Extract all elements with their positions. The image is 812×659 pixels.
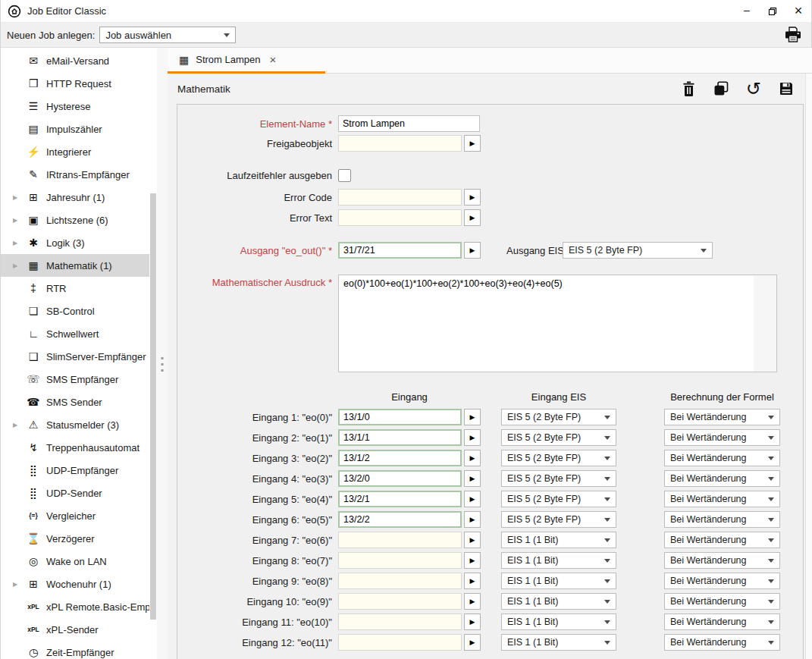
row-address-input[interactable]	[338, 409, 462, 425]
ausgang-input[interactable]	[338, 242, 462, 259]
row-picker-button[interactable]: ▶	[464, 450, 481, 466]
sidebar-item-treppenhausautomat[interactable]: ↯ Treppenhausautomat	[1, 436, 149, 459]
row-eis-dropdown[interactable]: EIS 5 (2 Byte FP)	[501, 450, 616, 466]
row-eis-dropdown[interactable]: EIS 1 (1 Bit)	[501, 634, 616, 651]
sidebar-item-jahresuhr-1-[interactable]: ▶ ⊞ Jahresuhr (1)	[1, 186, 149, 209]
error-text-picker-button[interactable]: ▶	[464, 209, 481, 226]
ausgang-picker-button[interactable]: ▶	[464, 242, 481, 259]
element-name-input[interactable]	[338, 115, 480, 132]
minimize-button[interactable]: –	[734, 0, 760, 21]
row-calc-dropdown[interactable]: Bei Wertänderung	[664, 450, 780, 466]
row-eis-dropdown[interactable]: EIS 1 (1 Bit)	[501, 552, 616, 569]
sidebar-item-wochenuhr-1-[interactable]: ▶ ⊞ Wochenuhr (1)	[1, 573, 149, 595]
row-calc-dropdown[interactable]: Bei Wertänderung	[664, 613, 780, 630]
save-button[interactable]	[776, 79, 796, 99]
row-calc-dropdown[interactable]: Bei Wertänderung	[664, 511, 780, 528]
row-address-input[interactable]	[338, 573, 462, 589]
sidebar-item-lichtszene-6-[interactable]: ▶ ▣ Lichtszene (6)	[1, 209, 149, 231]
row-address-input[interactable]	[338, 552, 462, 569]
row-eis-dropdown[interactable]: EIS 5 (2 Byte FP)	[501, 409, 616, 425]
row-picker-button[interactable]: ▶	[464, 634, 481, 651]
row-address-input[interactable]	[338, 532, 462, 548]
row-address-input[interactable]	[338, 511, 462, 528]
sidebar-item-xpl-sender[interactable]: xPL xPL-Sender	[1, 618, 149, 641]
row-eis-dropdown[interactable]: EIS 1 (1 Bit)	[501, 532, 616, 548]
sidebar-item-mathematik-1-[interactable]: ▶ ▦ Mathematik (1)	[1, 254, 149, 277]
error-code-picker-button[interactable]: ▶	[464, 189, 481, 206]
row-calc-dropdown[interactable]: Bei Wertänderung	[664, 552, 780, 569]
row-picker-button[interactable]: ▶	[464, 532, 481, 548]
row-picker-button[interactable]: ▶	[464, 470, 481, 487]
error-code-input[interactable]	[338, 189, 462, 206]
row-eis-dropdown[interactable]: EIS 5 (2 Byte FP)	[501, 470, 616, 487]
undo-button[interactable]: ↺	[744, 79, 763, 99]
ausdruck-textarea[interactable]: eo(0)*100+eo(1)*100+eo(2)*100+eo(3)+eo(4…	[338, 275, 777, 372]
row-picker-button[interactable]: ▶	[464, 613, 481, 630]
sidebar-item-udp-empf-nger[interactable]: ⣿ UDP-Empfänger	[1, 459, 149, 482]
row-picker-button[interactable]: ▶	[464, 429, 481, 446]
sidebar-item-impulsz-hler[interactable]: ▤ Impulszähler	[1, 118, 149, 140]
row-address-input[interactable]	[338, 470, 462, 487]
splitter-handle-icon[interactable]	[161, 357, 164, 372]
row-calc-dropdown[interactable]: Bei Wertänderung	[664, 634, 780, 651]
row-picker-button[interactable]: ▶	[464, 593, 481, 610]
duplicate-button[interactable]	[711, 79, 731, 99]
row-picker-button[interactable]: ▶	[464, 573, 481, 589]
sidebar-item-rtr[interactable]: ‡ RTR	[1, 277, 149, 300]
expand-arrow-icon[interactable]: ▶	[13, 581, 21, 588]
expand-arrow-icon[interactable]: ▶	[13, 217, 21, 224]
freigabeobjekt-input[interactable]	[338, 135, 462, 152]
row-eis-dropdown[interactable]: EIS 5 (2 Byte FP)	[501, 511, 616, 528]
expand-arrow-icon[interactable]: ▶	[13, 422, 21, 428]
sidebar-item-logik-3-[interactable]: ▶ ✱ Logik (3)	[1, 231, 149, 254]
sidebar-item-xpl-remote-basic-empf-nger[interactable]: xPL xPL Remote.Basic-Empfänger	[1, 595, 149, 618]
row-calc-dropdown[interactable]: Bei Wertänderung	[664, 593, 780, 610]
row-calc-dropdown[interactable]: Bei Wertänderung	[664, 532, 780, 548]
sidebar-item-schwellwert[interactable]: ∟ Schwellwert	[1, 322, 149, 345]
row-address-input[interactable]	[338, 491, 462, 507]
sidebar-scrollbar-thumb[interactable]	[150, 193, 156, 620]
sidebar-item-zeit-empf-nger[interactable]: ◷ Zeit-Empfänger	[1, 641, 149, 659]
row-eis-dropdown[interactable]: EIS 1 (1 Bit)	[501, 593, 616, 610]
sidebar-item-sb-control[interactable]: ❏ SB-Control	[1, 300, 149, 322]
expand-arrow-icon[interactable]: ▶	[13, 240, 21, 246]
main-scrollbar-track[interactable]	[805, 74, 812, 659]
delete-button[interactable]	[679, 79, 698, 99]
sidebar-item-udp-sender[interactable]: ⣿ UDP-Sender	[1, 482, 149, 504]
sidebar-scrollbar-track[interactable]	[149, 48, 157, 659]
row-eis-dropdown[interactable]: EIS 5 (2 Byte FP)	[501, 429, 616, 446]
row-eis-dropdown[interactable]: EIS 1 (1 Bit)	[501, 573, 616, 589]
close-button[interactable]: ×	[785, 0, 811, 23]
sidebar-item-sms-empf-nger[interactable]: ☏ SMS Empfänger	[1, 368, 149, 391]
row-address-input[interactable]	[338, 429, 462, 446]
sidebar-item-integrierer[interactable]: ⚡ Integrierer	[1, 140, 149, 163]
print-button[interactable]	[783, 26, 803, 44]
row-calc-dropdown[interactable]: Bei Wertänderung	[664, 470, 780, 487]
sidebar-item-http-request[interactable]: ❒ HTTP Request	[1, 72, 149, 95]
sidebar-item-slimserver-empf-nger[interactable]: ❑ SlimServer-Empfänger	[1, 345, 149, 368]
row-calc-dropdown[interactable]: Bei Wertänderung	[664, 573, 780, 589]
sidebar-item-irtrans-empf-nger[interactable]: ✎ IRtrans-Empfänger	[1, 163, 149, 186]
row-picker-button[interactable]: ▶	[464, 409, 481, 425]
sidebar-item-statusmelder-3-[interactable]: ▶ ⚠ Statusmelder (3)	[1, 413, 149, 436]
row-picker-button[interactable]: ▶	[464, 491, 481, 507]
expand-arrow-icon[interactable]: ▶	[13, 194, 21, 201]
tab-close-icon[interactable]: ×	[270, 53, 277, 66]
tab-strom-lampen[interactable]: ▦ Strom Lampen ×	[168, 48, 325, 74]
row-picker-button[interactable]: ▶	[464, 552, 481, 569]
row-picker-button[interactable]: ▶	[464, 511, 481, 528]
row-calc-dropdown[interactable]: Bei Wertänderung	[664, 429, 780, 446]
sidebar-item-sms-sender[interactable]: ☎ SMS Sender	[1, 391, 149, 413]
laufzeitfehler-checkbox[interactable]	[338, 169, 351, 182]
job-select-dropdown[interactable]: Job auswählen	[99, 27, 236, 43]
sidebar-item-vergleicher[interactable]: {=} Vergleicher	[1, 504, 149, 527]
expand-arrow-icon[interactable]: ▶	[13, 262, 21, 269]
row-calc-dropdown[interactable]: Bei Wertänderung	[664, 491, 780, 507]
sidebar-item-wake-on-lan[interactable]: ◎ Wake on LAN	[1, 550, 149, 573]
row-address-input[interactable]	[338, 634, 462, 651]
sidebar-item-verz-gerer[interactable]: ⌛ Verzögerer	[1, 527, 149, 550]
sidebar-item-email-versand[interactable]: ✉ eMail-Versand	[1, 49, 149, 72]
restore-button[interactable]	[760, 0, 785, 23]
error-text-input[interactable]	[338, 209, 462, 226]
row-eis-dropdown[interactable]: EIS 5 (2 Byte FP)	[501, 491, 616, 507]
